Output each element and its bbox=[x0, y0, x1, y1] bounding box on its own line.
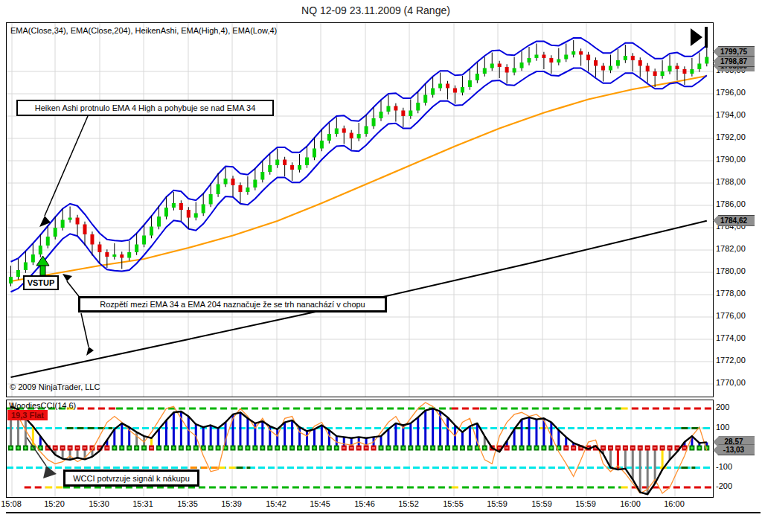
time-axis-label: 16:00 bbox=[620, 499, 641, 508]
time-axis-label: 15:59 bbox=[487, 499, 508, 508]
price-axis-label: 1778,00 bbox=[716, 289, 746, 298]
time-axis-label: 15:08 bbox=[1, 499, 22, 508]
cci-axis-label: 100 bbox=[716, 423, 729, 432]
time-axis-label: 15:59 bbox=[531, 499, 552, 508]
price-axis-label: 1790,00 bbox=[716, 155, 746, 164]
annotation-wcci[interactable]: WCCI potvrzuje signál k nákupu bbox=[63, 469, 199, 487]
time-axis-label: 15:30 bbox=[89, 499, 109, 508]
bottom-frame-line bbox=[6, 512, 761, 513]
price-axis-label: 1786,00 bbox=[716, 199, 746, 208]
time-axis-label: 15:31 bbox=[132, 499, 153, 508]
price-axis-label: 1770,00 bbox=[716, 378, 746, 387]
price-axis-label: 1792,00 bbox=[716, 132, 746, 141]
price-axis-label: 1776,00 bbox=[716, 311, 746, 320]
time-axis-label: 16:00 bbox=[664, 499, 685, 508]
annotation-heiken-ashi[interactable]: Heiken Ashi protnulo EMA 4 High a pohybu… bbox=[16, 100, 274, 116]
time-axis-label: 15:55 bbox=[443, 499, 464, 508]
time-axis-label: 15:59 bbox=[575, 499, 596, 508]
price-tag: 1799,75 bbox=[713, 46, 755, 57]
annotation-rozpeti[interactable]: Rozpětí mezi EMA 34 a EMA 204 naznačuje … bbox=[78, 296, 387, 313]
main-price-chart bbox=[6, 22, 714, 397]
time-axis-label: 15:20 bbox=[44, 499, 65, 508]
price-axis-label: 1772,00 bbox=[716, 356, 746, 365]
time-axis-label: 15:45 bbox=[310, 499, 330, 508]
price-axis-label: 1796,00 bbox=[716, 88, 746, 97]
cci-indicator-label: WoodiesCCI(14,6) bbox=[9, 401, 76, 410]
annotation-vstup[interactable]: VSTUP bbox=[23, 275, 59, 290]
cci-flat-tag: 19,3 Flat bbox=[7, 410, 48, 420]
chart-title: NQ 12-09 23.11.2009 (4 Range) bbox=[0, 4, 752, 16]
price-axis-label: 1780,00 bbox=[716, 266, 746, 275]
cci-axis-label: 200 bbox=[716, 403, 729, 411]
price-axis-label: 1794,00 bbox=[716, 110, 746, 119]
time-axis-label: 15:42 bbox=[266, 499, 286, 508]
time-axis-label: 15:35 bbox=[177, 499, 198, 508]
price-axis-label: 1782,00 bbox=[716, 244, 746, 253]
cci-axis-label: -200 bbox=[716, 481, 732, 490]
time-axis-label: 15:46 bbox=[354, 499, 375, 508]
price-axis-label: 1788,00 bbox=[716, 177, 746, 186]
price-axis-label: 1774,00 bbox=[716, 333, 746, 342]
time-axis-label: 15:39 bbox=[221, 499, 242, 508]
time-axis-label: 15:52 bbox=[398, 499, 419, 508]
copyright-label: © 2009 NinjaTrader, LLC bbox=[10, 382, 100, 391]
price-tag: 1784,62 bbox=[713, 215, 755, 226]
cci-value-tag: -13,03 bbox=[713, 444, 755, 455]
ninjatrader-chart-window: { "title": "NQ 12-09 23.11.2009 (4 Range… bbox=[0, 0, 762, 532]
cci-axis-label: -100 bbox=[716, 462, 732, 471]
indicator-label: EMA(Close,34), EMA(Close,204), HeikenAsh… bbox=[10, 26, 277, 35]
price-tag: 1798,87 bbox=[713, 56, 755, 67]
